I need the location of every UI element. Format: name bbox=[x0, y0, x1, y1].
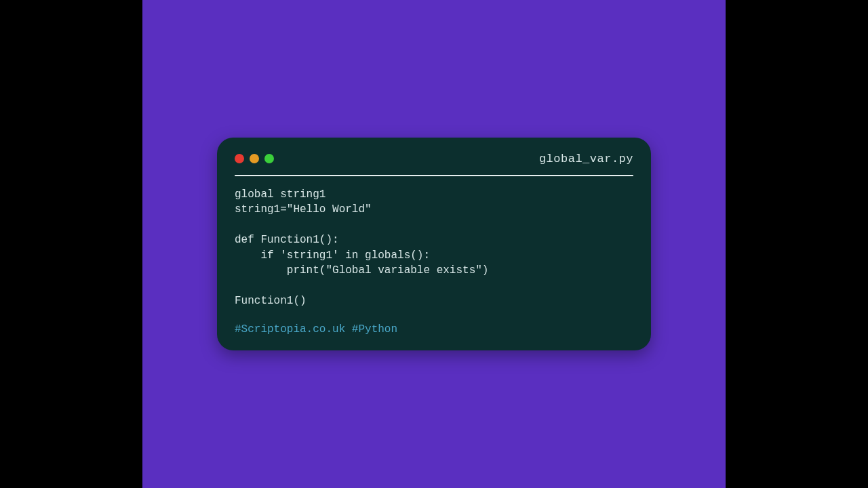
background-canvas: global_var.py global string1 string1="He… bbox=[142, 0, 726, 488]
hashtag-footer: #Scriptopia.co.uk #Python bbox=[235, 323, 633, 336]
maximize-dot-icon bbox=[264, 154, 274, 163]
code-line: if 'string1' in globals(): bbox=[235, 249, 430, 262]
code-line: string1="Hello World" bbox=[235, 203, 372, 216]
code-line: global string1 bbox=[235, 188, 326, 201]
code-block: global string1 string1="Hello World" def… bbox=[235, 187, 633, 308]
code-window: global_var.py global string1 string1="He… bbox=[217, 138, 651, 350]
minimize-dot-icon bbox=[250, 154, 259, 163]
window-filename: global_var.py bbox=[539, 152, 633, 165]
window-titlebar: global_var.py bbox=[235, 152, 633, 175]
code-line: def Function1(): bbox=[235, 234, 339, 246]
code-line: print("Global variable exists") bbox=[235, 264, 488, 277]
code-line: Function1() bbox=[235, 295, 307, 307]
traffic-light-dots bbox=[235, 154, 274, 163]
close-dot-icon bbox=[235, 154, 244, 163]
titlebar-divider bbox=[235, 175, 633, 176]
